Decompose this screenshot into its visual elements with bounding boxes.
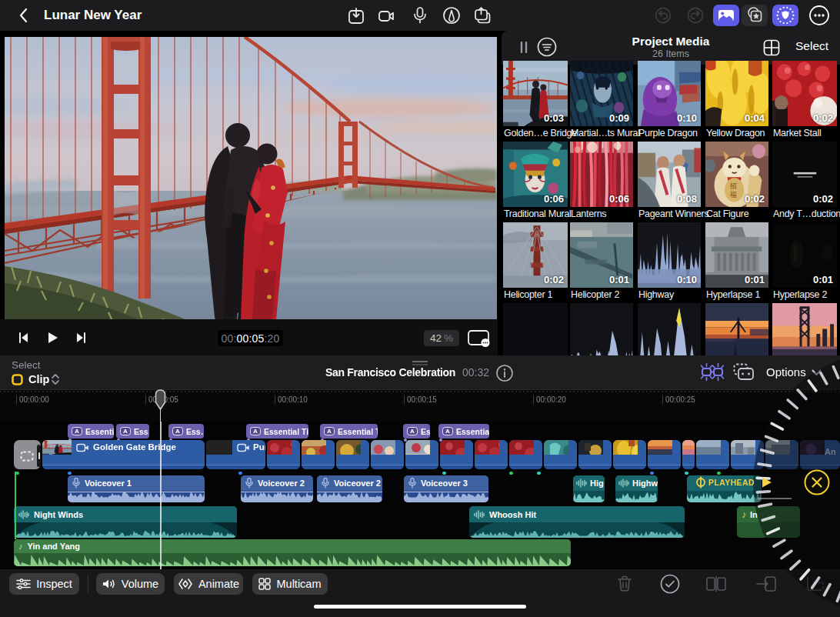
svg-text:福: 福 — [730, 191, 737, 198]
svg-text:招: 招 — [729, 182, 737, 190]
